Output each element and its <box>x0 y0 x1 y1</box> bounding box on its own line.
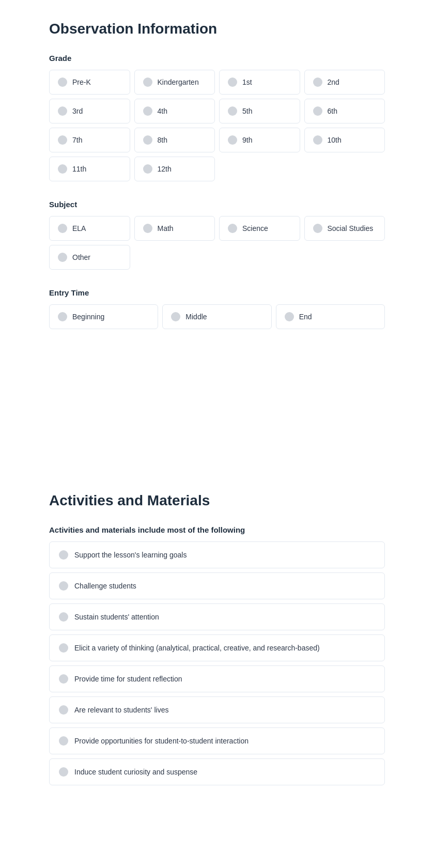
radio-circle-prek <box>58 78 67 87</box>
grade-option-1st[interactable]: 1st <box>219 70 300 95</box>
activities-list: Support the lesson's learning goals Chal… <box>49 541 385 785</box>
grade-label-kindergarten: Kindergarten <box>158 78 199 86</box>
activity-item-8[interactable]: Induce student curiosity and suspense <box>49 758 385 785</box>
radio-circle-other <box>58 253 67 262</box>
activity-item-7[interactable]: Provide opportunities for student-to-stu… <box>49 727 385 754</box>
subject-label-science: Science <box>242 224 268 233</box>
entry-time-grid: Beginning Middle End <box>49 304 385 329</box>
radio-circle-end <box>285 312 294 321</box>
activities-section: Activities and Materials Activities and … <box>49 492 385 785</box>
grade-label-3rd: 3rd <box>72 107 83 115</box>
activities-subtitle: Activities and materials include most of… <box>49 525 385 534</box>
checkbox-circle-3 <box>59 612 68 622</box>
entry-option-end[interactable]: End <box>276 304 385 329</box>
grade-label-10th: 10th <box>328 136 342 144</box>
checkbox-circle-5 <box>59 674 68 684</box>
activity-label-1: Support the lesson's learning goals <box>74 551 187 559</box>
activity-label-6: Are relevant to students' lives <box>74 706 168 714</box>
radio-circle-5th <box>228 106 237 116</box>
subject-label-other: Other <box>72 253 90 261</box>
section1-title: Observation Information <box>49 21 385 37</box>
radio-circle-kindergarten <box>143 78 152 87</box>
radio-circle-2nd <box>313 78 322 87</box>
radio-circle-12th <box>143 164 152 174</box>
radio-circle-7th <box>58 135 67 145</box>
activity-label-4: Elicit a variety of thinking (analytical… <box>74 644 320 652</box>
activity-item-5[interactable]: Provide time for student reflection <box>49 665 385 692</box>
entry-label-middle: Middle <box>185 313 207 321</box>
entry-label-end: End <box>299 313 312 321</box>
radio-circle-3rd <box>58 106 67 116</box>
grade-label-7th: 7th <box>72 136 82 144</box>
grade-label-9th: 9th <box>242 136 252 144</box>
grade-label-prek: Pre-K <box>72 78 91 86</box>
subject-option-social-studies[interactable]: Social Studies <box>304 216 385 241</box>
activity-item-6[interactable]: Are relevant to students' lives <box>49 696 385 723</box>
subject-option-science[interactable]: Science <box>219 216 300 241</box>
grade-label-12th: 12th <box>158 165 172 173</box>
subject-section: Subject ELA Math Science Social Studies … <box>49 200 385 270</box>
grade-label-8th: 8th <box>158 136 167 144</box>
radio-circle-9th <box>228 135 237 145</box>
activity-label-5: Provide time for student reflection <box>74 675 182 683</box>
grade-label: Grade <box>49 54 385 63</box>
section2-title: Activities and Materials <box>49 492 385 509</box>
grade-label-6th: 6th <box>328 107 337 115</box>
entry-option-beginning[interactable]: Beginning <box>49 304 158 329</box>
radio-circle-11th <box>58 164 67 174</box>
activity-item-4[interactable]: Elicit a variety of thinking (analytical… <box>49 634 385 661</box>
radio-circle-social-studies <box>313 224 322 233</box>
checkbox-circle-8 <box>59 767 68 777</box>
radio-circle-science <box>228 224 237 233</box>
checkbox-circle-7 <box>59 736 68 746</box>
grade-option-3rd[interactable]: 3rd <box>49 99 130 123</box>
grade-label-1st: 1st <box>242 78 252 86</box>
subject-option-math[interactable]: Math <box>134 216 215 241</box>
grade-option-12th[interactable]: 12th <box>134 157 215 181</box>
entry-time-label: Entry Time <box>49 288 385 297</box>
subject-option-ela[interactable]: ELA <box>49 216 130 241</box>
activity-label-7: Provide opportunities for student-to-stu… <box>74 737 249 745</box>
grade-label-4th: 4th <box>158 107 167 115</box>
grade-option-11th[interactable]: 11th <box>49 157 130 181</box>
section-divider <box>49 348 385 492</box>
activity-label-3: Sustain students' attention <box>74 613 159 621</box>
radio-circle-6th <box>313 106 322 116</box>
grade-label-5th: 5th <box>242 107 252 115</box>
subject-label: Subject <box>49 200 385 209</box>
activity-label-2: Challenge students <box>74 582 136 590</box>
radio-circle-4th <box>143 106 152 116</box>
grade-option-9th[interactable]: 9th <box>219 128 300 152</box>
entry-option-middle[interactable]: Middle <box>162 304 271 329</box>
grade-option-5th[interactable]: 5th <box>219 99 300 123</box>
activity-item-3[interactable]: Sustain students' attention <box>49 603 385 630</box>
grade-option-kindergarten[interactable]: Kindergarten <box>134 70 215 95</box>
entry-label-beginning: Beginning <box>72 313 104 321</box>
radio-circle-8th <box>143 135 152 145</box>
radio-circle-middle <box>171 312 180 321</box>
subject-grid: ELA Math Science Social Studies Other <box>49 216 385 270</box>
subject-label-math: Math <box>158 224 174 233</box>
checkbox-circle-1 <box>59 550 68 560</box>
grade-option-4th[interactable]: 4th <box>134 99 215 123</box>
grade-label-11th: 11th <box>72 165 86 173</box>
activity-item-2[interactable]: Challenge students <box>49 572 385 599</box>
grade-option-8th[interactable]: 8th <box>134 128 215 152</box>
grade-option-7th[interactable]: 7th <box>49 128 130 152</box>
grade-option-prek[interactable]: Pre-K <box>49 70 130 95</box>
subject-label-social-studies: Social Studies <box>328 224 374 233</box>
checkbox-circle-4 <box>59 643 68 653</box>
entry-time-section: Entry Time Beginning Middle End <box>49 288 385 329</box>
grade-section: Grade Pre-K Kindergarten 1st 2nd 3rd <box>49 54 385 181</box>
activity-item-1[interactable]: Support the lesson's learning goals <box>49 541 385 568</box>
radio-circle-math <box>143 224 152 233</box>
page-container: Observation Information Grade Pre-K Kind… <box>0 0 434 825</box>
radio-circle-10th <box>313 135 322 145</box>
grade-option-2nd[interactable]: 2nd <box>304 70 385 95</box>
grade-option-6th[interactable]: 6th <box>304 99 385 123</box>
subject-option-other[interactable]: Other <box>49 245 130 270</box>
grade-grid: Pre-K Kindergarten 1st 2nd 3rd 4th <box>49 70 385 181</box>
activity-label-8: Induce student curiosity and suspense <box>74 768 197 776</box>
grade-label-2nd: 2nd <box>328 78 339 86</box>
grade-option-10th[interactable]: 10th <box>304 128 385 152</box>
